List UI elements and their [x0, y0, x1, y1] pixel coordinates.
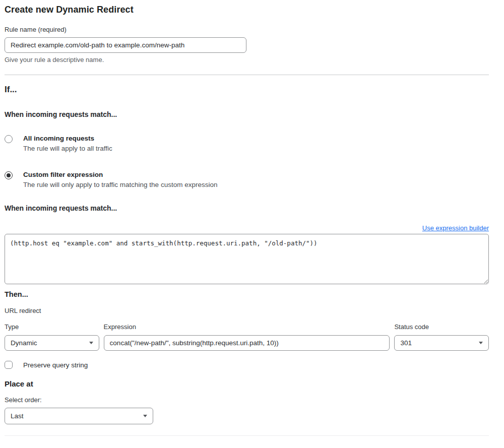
radio-option-description: The rule will apply to all traffic — [23, 145, 112, 152]
place-at-heading: Place at — [5, 379, 489, 388]
preserve-query-label: Preserve query string — [23, 361, 88, 369]
radio-button[interactable] — [5, 135, 13, 143]
rule-name-input[interactable] — [5, 37, 246, 53]
chevron-down-icon — [479, 342, 483, 344]
radio-option-label: All incoming requests — [23, 135, 112, 142]
status-code-label: Status code — [394, 323, 489, 331]
section-divider — [5, 75, 489, 75]
footer-divider — [5, 435, 489, 436]
chevron-down-icon — [143, 415, 147, 417]
match-heading: When incoming requests match... — [5, 110, 489, 118]
filter-expression-textarea[interactable]: (http.host eq "example.com" and starts_w… — [5, 234, 489, 284]
type-select-value: Dynamic — [11, 339, 37, 347]
expression-heading: When incoming requests match... — [5, 204, 489, 212]
order-select[interactable]: Last — [5, 408, 153, 424]
radio-option-label: Custom filter expression — [23, 171, 217, 178]
preserve-query-row[interactable]: Preserve query string — [5, 361, 489, 369]
order-select-value: Last — [11, 412, 24, 420]
use-expression-builder-link[interactable]: Use expression builder — [422, 224, 489, 232]
redirect-expression-label: Expression — [104, 323, 390, 331]
preserve-query-checkbox[interactable] — [5, 361, 13, 369]
action-label: URL redirect — [5, 307, 489, 314]
status-code-select[interactable]: 301 — [394, 335, 489, 351]
redirect-expression-input[interactable] — [104, 335, 390, 351]
rule-name-helper: Give your rule a descriptive name. — [5, 56, 489, 63]
status-code-select-value: 301 — [400, 339, 412, 347]
chevron-down-icon — [89, 342, 93, 344]
then-heading: Then... — [5, 290, 489, 298]
if-heading: If... — [5, 85, 489, 95]
type-label: Type — [5, 323, 99, 331]
radio-option-1[interactable]: Custom filter expression The rule will o… — [5, 171, 489, 188]
radio-button[interactable] — [5, 171, 13, 179]
page-title: Create new Dynamic Redirect — [5, 5, 489, 15]
rule-name-label: Rule name (required) — [5, 26, 489, 33]
type-select[interactable]: Dynamic — [5, 335, 99, 351]
radio-option-0[interactable]: All incoming requests The rule will appl… — [5, 135, 489, 152]
select-order-label: Select order: — [5, 396, 489, 404]
radio-option-description: The rule will only apply to traffic matc… — [23, 181, 217, 188]
